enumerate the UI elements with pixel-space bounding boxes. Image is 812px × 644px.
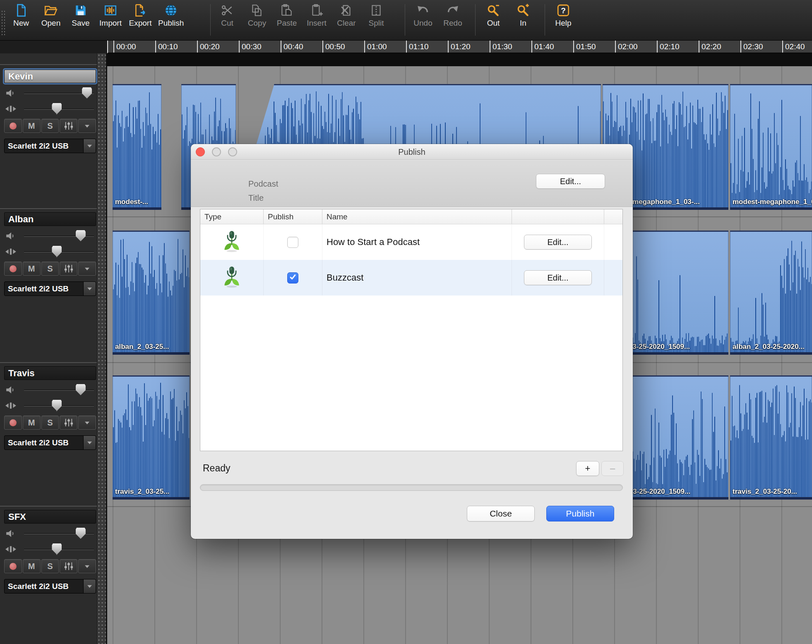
toolbar-button-label: New: [13, 19, 29, 28]
mute-button[interactable]: M: [23, 119, 41, 133]
toolbar-button-publish[interactable]: Publish: [158, 3, 184, 28]
input-device-dropdown[interactable]: Scarlett 2i2 USB: [4, 139, 96, 153]
podcast-table: Type Publish Name How to Start a Podcast…: [200, 209, 623, 451]
track-name-field[interactable]: Travis: [4, 366, 96, 380]
input-device-label: Scarlett 2i2 USB: [8, 282, 69, 296]
effects-mixer-button[interactable]: [60, 119, 77, 133]
pan-slider[interactable]: [4, 399, 96, 412]
volume-slider[interactable]: [4, 384, 96, 396]
toolbar-button-open[interactable]: Open: [39, 3, 63, 28]
chevron-down-icon[interactable]: [83, 139, 96, 153]
toolbar-button-label: Publish: [158, 19, 184, 28]
row-spacer-cell: [604, 260, 622, 296]
audio-clip[interactable]: travis_2_03-25...: [113, 375, 190, 500]
toolbar-button-in[interactable]: In: [511, 3, 535, 28]
chevron-down-icon[interactable]: [83, 436, 96, 449]
toolbar-button-label: Import: [99, 19, 122, 28]
dialog-titlebar[interactable]: Publish: [191, 144, 633, 160]
record-arm-button[interactable]: [4, 416, 22, 430]
pan-slider[interactable]: [4, 543, 96, 555]
volume-slider[interactable]: [4, 87, 96, 99]
track-options-button[interactable]: [78, 559, 96, 573]
sidebar-resize-grip[interactable]: [97, 53, 106, 644]
track-panel-alban: AlbanMSScarlett 2i2 USB: [4, 212, 96, 299]
solo-button[interactable]: S: [41, 119, 59, 133]
podcast-row[interactable]: BuzzcastEdit...: [200, 260, 622, 296]
chevron-down-icon[interactable]: [83, 282, 96, 296]
help-icon: ?: [556, 3, 570, 17]
toolbar-button-export[interactable]: Export: [128, 3, 152, 28]
column-header-spacer: [604, 209, 622, 224]
publish-checkbox[interactable]: [287, 272, 298, 284]
pan-slider-thumb[interactable]: [52, 543, 62, 555]
pan-slider[interactable]: [4, 245, 96, 258]
toolbar-button-import[interactable]: Import: [98, 3, 123, 28]
clip-bottom-edge: [113, 497, 190, 500]
record-arm-button[interactable]: [4, 262, 22, 276]
toolbar-button-label: Undo: [413, 19, 432, 28]
pan-slider-thumb[interactable]: [52, 400, 62, 411]
timeline-gap-band: [107, 53, 812, 66]
audio-editor-app: NewOpenSaveImportExportPublishCutCopyPas…: [0, 0, 812, 644]
podcast-type-cell: [200, 224, 263, 260]
toolbar-button-help[interactable]: ?Help: [551, 3, 575, 28]
track-options-button[interactable]: [78, 416, 96, 430]
add-podcast-button[interactable]: +: [576, 461, 599, 476]
audio-clip[interactable]: alban_2_03-25-2020...: [730, 231, 812, 355]
pan-slider[interactable]: [4, 103, 96, 115]
input-device-dropdown[interactable]: Scarlett 2i2 USB: [4, 435, 96, 450]
ruler-tick-label: 00:40: [283, 42, 303, 51]
chevron-down-icon[interactable]: [83, 579, 96, 593]
toolbar-button-label: Save: [72, 19, 89, 28]
solo-button[interactable]: S: [41, 559, 59, 573]
toolbar-group-history: UndoRedo: [411, 3, 465, 28]
pan-slider-thumb[interactable]: [52, 246, 62, 257]
input-device-dropdown[interactable]: Scarlett 2i2 USB: [4, 281, 96, 296]
edit-podcast-row-button[interactable]: Edit...: [524, 270, 592, 285]
mute-button[interactable]: M: [23, 262, 41, 276]
record-arm-button[interactable]: [4, 559, 22, 573]
input-device-dropdown[interactable]: Scarlett 2i2 USB: [4, 579, 96, 594]
track-name-field[interactable]: Alban: [4, 212, 96, 226]
audio-clip[interactable]: travis_2_03-25-20...: [730, 375, 812, 500]
save-disk-icon: [74, 3, 88, 17]
waveform: [730, 85, 812, 207]
column-header-publish: Publish: [263, 209, 322, 224]
effects-mixer-button[interactable]: [60, 262, 77, 276]
volume-slider-thumb[interactable]: [76, 528, 86, 539]
toolbar-button-save[interactable]: Save: [69, 3, 93, 28]
timeline-ruler[interactable]: 00:0000:1000:2000:3000:4000:5001:0001:10…: [107, 41, 812, 53]
volume-slider-thumb[interactable]: [76, 384, 86, 395]
solo-button[interactable]: S: [41, 416, 59, 430]
toolbar-button-new[interactable]: New: [9, 3, 33, 28]
volume-slider-thumb[interactable]: [82, 87, 92, 99]
publish-checkbox[interactable]: [287, 237, 298, 248]
solo-button[interactable]: S: [41, 262, 59, 276]
ruler-tick: [699, 41, 699, 53]
effects-mixer-button[interactable]: [60, 416, 77, 430]
ruler-tick: [281, 41, 281, 53]
podcast-row[interactable]: How to Start a PodcastEdit...: [200, 224, 622, 260]
toolbar-button-out[interactable]: Out: [481, 3, 505, 28]
track-options-button[interactable]: [78, 262, 96, 276]
track-name-field[interactable]: Kevin: [4, 70, 96, 83]
audio-clip[interactable]: modest-...: [113, 84, 161, 210]
mute-button[interactable]: M: [23, 559, 41, 573]
edit-podcast-row-button[interactable]: Edit...: [524, 235, 592, 250]
pan-slider-thumb[interactable]: [52, 103, 62, 114]
edit-podcast-button[interactable]: Edit...: [536, 174, 605, 189]
audio-clip[interactable]: modest-megaphone_1_03-...: [730, 84, 812, 210]
effects-mixer-button[interactable]: [60, 559, 77, 573]
dialog-title: Publish: [191, 144, 633, 160]
volume-slider[interactable]: [4, 230, 96, 242]
volume-slider[interactable]: [4, 527, 96, 540]
track-name-field[interactable]: SFX: [4, 510, 96, 524]
sidebar-separator: [0, 506, 97, 507]
track-options-button[interactable]: [78, 119, 96, 133]
publish-button[interactable]: Publish: [546, 506, 614, 521]
mute-button[interactable]: M: [23, 416, 41, 430]
close-button[interactable]: Close: [467, 506, 535, 521]
volume-slider-thumb[interactable]: [76, 230, 86, 241]
audio-clip[interactable]: alban_2_03-25...: [113, 231, 190, 355]
record-arm-button[interactable]: [4, 119, 22, 133]
